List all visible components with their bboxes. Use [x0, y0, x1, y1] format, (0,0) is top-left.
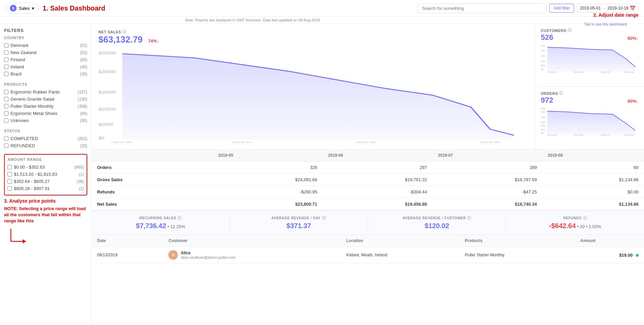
header: S Sales ▾ 1. Sales Dashboard Add filter … [0, 0, 644, 17]
orders-aug: 60 [542, 161, 644, 174]
svg-text:$10000: $10000 [98, 107, 116, 111]
ergo-rubber-label: Ergonomic Rubber Pants [11, 89, 60, 95]
list-item: COMPLETED (952) [4, 135, 87, 142]
trans-col-date: Date [92, 235, 163, 247]
orders-label-cell: Orders [92, 161, 213, 174]
main-layout: FILTERS COUNTRY Denmark (52) New Zealand… [0, 24, 644, 325]
sales-button[interactable]: S Sales ▾ [5, 3, 39, 14]
avg-revenue-customer-value: $120.02 [375, 222, 499, 230]
refunds-may: -$290.95 [213, 186, 323, 198]
annotation-note: NOTE: Selecting a price range will load … [4, 206, 87, 224]
range4-checkbox[interactable] [7, 186, 12, 191]
avg-revenue-day-label: AVERAGE REVENUE / DAY ⓘ [237, 216, 361, 221]
net-sales-value: $63,132.79 [98, 34, 143, 45]
denmark-label: Denmark [11, 43, 29, 48]
range3-checkbox[interactable] [7, 179, 12, 184]
net-sales-chart-svg: $25000 $20000 $15000 $10000 $5000 $0 [98, 48, 528, 143]
recurring-info-icon[interactable]: ⓘ [178, 216, 182, 221]
list-item: New Zealand (52) [4, 49, 87, 56]
country-title: COUNTRY [4, 36, 87, 40]
avg-day-info-icon[interactable]: ⓘ [322, 216, 326, 221]
customers-label: CUSTOMERS ⓘ [541, 28, 639, 33]
gross-jun: $19,761.32 [323, 174, 433, 186]
svg-text:2019-07: 2019-07 [601, 134, 611, 137]
avg-customer-info-icon[interactable]: ⓘ [467, 216, 471, 221]
search-input[interactable] [418, 3, 547, 13]
unknown-label: Unknown [11, 118, 29, 123]
svg-text:2019-06: 2019-06 [573, 134, 583, 137]
unknown-count: (95) [80, 118, 87, 123]
granite-salad-checkbox[interactable] [4, 97, 8, 101]
list-item: $302.64 - $605.27 (38) [7, 178, 84, 185]
net-sales-info-icon[interactable]: ⓘ [123, 29, 127, 34]
refunded-checkbox[interactable] [4, 143, 8, 148]
brazil-count: (39) [80, 72, 87, 76]
orders-info-icon[interactable]: ⓘ [559, 91, 563, 96]
page-title: 1. Sales Dashboard [43, 4, 106, 12]
trans-col-products: Products [459, 235, 575, 247]
col-header-may: 2019-05 [213, 150, 323, 161]
svg-text:2019-05: 2019-05 [547, 134, 557, 137]
completed-checkbox[interactable] [4, 136, 8, 141]
denmark-count: (52) [80, 43, 87, 48]
denmark-checkbox[interactable] [4, 43, 8, 48]
svg-text:$0: $0 [98, 136, 104, 140]
recurring-sales-pct: • 12.25% [167, 224, 185, 229]
add-filter-button[interactable]: Add filter [549, 4, 574, 13]
table-row: Orders 326 297 289 60 [92, 161, 644, 174]
svg-text:2019-05: 2019-05 [547, 71, 557, 74]
trans-customer: A Alice alice.osullivan@demo.putler.com [163, 247, 341, 263]
finland-checkbox[interactable] [4, 57, 8, 62]
orders-jul: 289 [433, 161, 542, 174]
customer-cell: A Alice alice.osullivan@demo.putler.com [168, 250, 335, 260]
putler-starter-checkbox[interactable] [4, 104, 8, 108]
orders-label: ORDERS ⓘ [541, 91, 639, 96]
ergo-metal-checkbox[interactable] [4, 111, 8, 116]
tap-to-use-link[interactable]: Tap to use this dashboard [584, 22, 627, 26]
calendar-icon[interactable]: 📅 [630, 5, 636, 11]
refunds-jul: -$47.25 [433, 186, 542, 198]
date-separator: → [602, 6, 606, 11]
new-zealand-checkbox[interactable] [4, 50, 8, 55]
ireland-checkbox[interactable] [4, 65, 8, 69]
brazil-checkbox[interactable] [4, 72, 8, 76]
date-range: 2019-05-01 → 2019-10-18 📅 [577, 4, 639, 13]
recurring-sales-label: RECURRING SALES ⓘ [98, 216, 223, 221]
list-item: Generic Granite Salad (130) [4, 96, 87, 103]
col-header-jul: 2019-07 [433, 150, 542, 161]
recurring-sales-value: $7,736.42 [136, 222, 166, 229]
net-sales-panel: NET SALES ⓘ $63,132.79 74%↓ $25000 $2000… [92, 24, 535, 149]
red-arrow-icon [7, 227, 28, 246]
svg-text:$25000: $25000 [98, 51, 116, 55]
granite-salad-count: (130) [78, 97, 87, 102]
list-item: $1,513.20 - $1,815.83 (1) [7, 171, 84, 178]
net-sales-aug: $1,134.86 [542, 198, 644, 210]
unknown-checkbox[interactable] [4, 118, 8, 123]
customers-change: 60%↓ [627, 36, 639, 41]
customer-email: alice.osullivan@demo.putler.com [181, 255, 235, 259]
refunds-label-cell: Refunds [92, 186, 213, 198]
refunds-info-icon[interactable]: ⓘ [583, 216, 587, 221]
list-item: Ergonomic Metal Shoes (94) [4, 110, 87, 117]
customers-info-icon[interactable]: ⓘ [568, 28, 572, 33]
ireland-count: (40) [80, 65, 87, 69]
refunds-jun: -$304.44 [323, 186, 433, 198]
products-section: PRODUCTS Ergonomic Rubber Pants (157) Ge… [4, 82, 87, 124]
table-row: 08/13/2019 A Alice alice.osullivan@demo.… [92, 247, 644, 263]
list-item: $0.00 - $302.63 (960) [7, 164, 84, 171]
net-sales-change: 74%↓ [148, 38, 159, 44]
bottom-metrics: RECURRING SALES ⓘ $7,736.42 • 12.25% AVE… [92, 210, 644, 235]
putler-starter-label: Putler Starter-Monthly [11, 104, 53, 109]
range1-checkbox[interactable] [7, 165, 12, 169]
svg-text:50: 50 [541, 68, 544, 71]
right-charts: CUSTOMERS ⓘ 526 60%↓ [535, 24, 644, 149]
adjust-date-label: 2. Adjust date range [593, 12, 639, 18]
range2-checkbox[interactable] [7, 172, 12, 176]
list-item: Ireland (40) [4, 63, 87, 70]
new-zealand-count: (52) [80, 50, 87, 55]
ergo-rubber-checkbox[interactable] [4, 90, 8, 94]
sidebar: FILTERS COUNTRY Denmark (52) New Zealand… [0, 24, 92, 325]
products-title: PRODUCTS [4, 82, 87, 86]
avg-revenue-customer-metric: AVERAGE REVENUE / CUSTOMER ⓘ $120.02 [368, 211, 506, 235]
svg-marker-9 [122, 54, 514, 139]
